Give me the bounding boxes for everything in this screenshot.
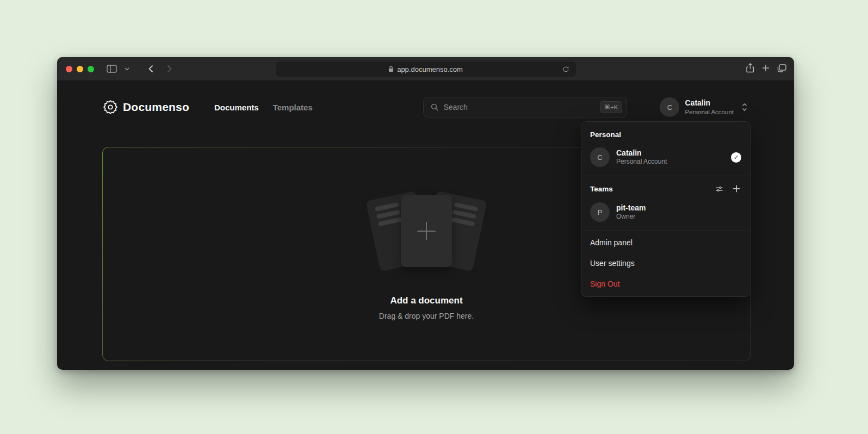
menu-item-personal-account[interactable]: C Catalin Personal Account ✓ [581, 143, 750, 175]
account-menu-trigger[interactable]: C Catalin Personal Account [660, 97, 748, 117]
personal-account-subtitle: Personal Account [616, 158, 724, 166]
menu-divider [581, 176, 750, 176]
search-input[interactable] [443, 103, 595, 111]
main-nav: Documents Templates [214, 103, 313, 112]
back-button[interactable] [143, 62, 158, 76]
sidebar-toggle-icon[interactable] [104, 62, 119, 76]
check-circle-icon: ✓ [731, 152, 741, 163]
dropzone-subtitle: Drag & drop your PDF here. [379, 312, 474, 320]
lock-icon [388, 66, 394, 72]
sidebar-chevron-down-icon[interactable] [122, 62, 131, 76]
menu-item-team-pit-team[interactable]: P pit-team Owner [581, 198, 750, 230]
search-shortcut-badge: ⌘+K [600, 101, 623, 113]
close-window-button[interactable] [66, 66, 72, 72]
menu-divider [581, 231, 750, 231]
documenso-logo-icon [103, 100, 117, 114]
chevron-up-down-icon [741, 102, 748, 112]
document-card-front [401, 195, 452, 267]
new-tab-icon[interactable] [762, 64, 770, 74]
minimize-window-button[interactable] [77, 66, 83, 72]
team-avatar: P [590, 202, 610, 222]
plus-icon [417, 222, 436, 240]
address-bar[interactable]: app.documenso.com [276, 61, 576, 77]
account-subtitle: Personal Account [685, 108, 734, 116]
search-icon [430, 103, 439, 111]
team-role: Owner [616, 213, 741, 221]
browser-titlebar: app.documenso.com [57, 57, 794, 81]
url-text: app.documenso.com [397, 65, 463, 73]
personal-account-name: Catalin [616, 148, 724, 158]
menu-item-user-settings[interactable]: User settings [581, 253, 750, 274]
menu-item-sign-out[interactable]: Sign Out [581, 274, 750, 294]
zoom-window-button[interactable] [88, 66, 94, 72]
documents-illustration [364, 188, 489, 275]
menu-item-admin-panel[interactable]: Admin panel [581, 232, 750, 253]
avatar: C [660, 97, 679, 117]
browser-window: app.documenso.com [57, 57, 794, 370]
search-bar[interactable]: ⌘+K [423, 97, 627, 117]
nav-documents[interactable]: Documents [214, 103, 259, 112]
personal-section-label: Personal [581, 124, 750, 143]
reload-icon[interactable] [561, 64, 572, 75]
account-name: Catalin [685, 98, 734, 108]
account-dropdown-menu: Personal C Catalin Personal Account ✓ Te… [581, 121, 751, 297]
tab-overview-icon[interactable] [777, 64, 786, 75]
share-icon[interactable] [746, 63, 754, 75]
forward-button[interactable] [162, 62, 177, 76]
traffic-lights [66, 66, 94, 72]
manage-teams-icon[interactable] [714, 184, 724, 194]
team-name: pit-team [616, 203, 741, 213]
brand[interactable]: Documenso [103, 100, 189, 114]
nav-templates[interactable]: Templates [273, 103, 313, 112]
avatar: C [590, 147, 610, 167]
add-team-icon[interactable] [731, 184, 741, 194]
brand-name: Documenso [123, 101, 189, 114]
dropzone-title: Add a document [390, 295, 462, 306]
teams-section-label: Teams [581, 177, 750, 198]
